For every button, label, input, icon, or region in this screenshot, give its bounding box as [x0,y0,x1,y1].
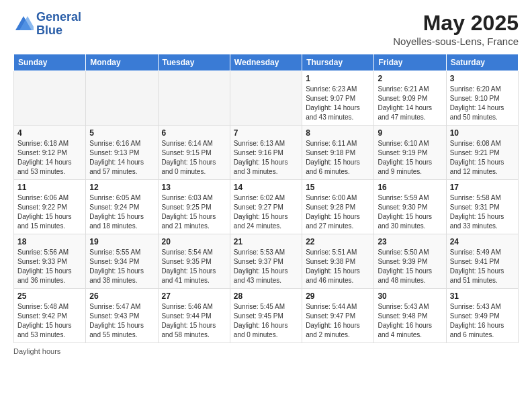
day-info: Sunrise: 6:05 AM Sunset: 9:24 PM Dayligh… [89,193,154,231]
calendar-cell: 24Sunrise: 5:49 AM Sunset: 9:41 PM Dayli… [446,234,518,289]
calendar-cell: 29Sunrise: 5:44 AM Sunset: 9:47 PM Dayli… [302,289,374,343]
day-info: Sunrise: 5:59 AM Sunset: 9:30 PM Dayligh… [378,193,442,231]
footer-note: Daylight hours [13,347,519,355]
day-number: 1 [306,74,370,83]
day-info: Sunrise: 5:58 AM Sunset: 9:31 PM Dayligh… [450,193,515,231]
day-number: 5 [89,128,154,138]
day-info: Sunrise: 5:56 AM Sunset: 9:33 PM Dayligh… [17,248,82,285]
day-number: 8 [306,128,370,138]
day-info: Sunrise: 5:43 AM Sunset: 9:48 PM Dayligh… [378,302,442,340]
day-number: 25 [17,291,82,301]
day-number: 11 [17,183,82,192]
day-info: Sunrise: 5:51 AM Sunset: 9:38 PM Dayligh… [306,248,370,285]
day-info: Sunrise: 6:20 AM Sunset: 9:10 PM Dayligh… [450,85,515,122]
logo-icon [13,14,34,34]
calendar-cell: 6Sunrise: 6:14 AM Sunset: 9:15 PM Daylig… [158,126,230,180]
day-number: 24 [450,237,515,246]
day-number: 22 [306,237,370,246]
day-number: 3 [450,74,515,83]
day-number: 4 [17,128,82,138]
day-number: 17 [450,183,515,192]
logo-line1: General [36,11,81,24]
calendar-cell: 22Sunrise: 5:51 AM Sunset: 9:38 PM Dayli… [302,234,374,289]
calendar-cell: 4Sunrise: 6:18 AM Sunset: 9:12 PM Daylig… [14,126,86,180]
day-info: Sunrise: 6:13 AM Sunset: 9:16 PM Dayligh… [234,139,298,177]
day-number: 13 [162,183,226,192]
day-number: 28 [234,291,298,301]
calendar-cell: 5Sunrise: 6:16 AM Sunset: 9:13 PM Daylig… [86,126,158,180]
calendar-cell: 23Sunrise: 5:50 AM Sunset: 9:39 PM Dayli… [374,234,446,289]
day-info: Sunrise: 6:10 AM Sunset: 9:19 PM Dayligh… [378,139,442,177]
calendar-cell: 20Sunrise: 5:54 AM Sunset: 9:35 PM Dayli… [158,234,230,289]
day-number: 19 [89,237,154,246]
calendar-cell: 26Sunrise: 5:47 AM Sunset: 9:43 PM Dayli… [86,289,158,343]
day-number: 7 [234,128,298,138]
calendar-week-1: 1Sunrise: 6:23 AM Sunset: 9:07 PM Daylig… [14,71,519,126]
calendar-cell: 1Sunrise: 6:23 AM Sunset: 9:07 PM Daylig… [302,71,374,126]
day-info: Sunrise: 5:45 AM Sunset: 9:45 PM Dayligh… [234,302,298,340]
location: Noyelles-sous-Lens, France [393,36,519,47]
day-info: Sunrise: 5:50 AM Sunset: 9:39 PM Dayligh… [378,248,442,285]
calendar-cell: 16Sunrise: 5:59 AM Sunset: 9:30 PM Dayli… [374,180,446,234]
weekday-header-monday: Monday [86,54,158,71]
day-info: Sunrise: 5:49 AM Sunset: 9:41 PM Dayligh… [450,248,515,285]
weekday-header-sunday: Sunday [14,54,86,71]
calendar-cell: 27Sunrise: 5:46 AM Sunset: 9:44 PM Dayli… [158,289,230,343]
calendar-cell: 8Sunrise: 6:11 AM Sunset: 9:18 PM Daylig… [302,126,374,180]
day-info: Sunrise: 5:46 AM Sunset: 9:44 PM Dayligh… [162,302,226,340]
day-info: Sunrise: 6:16 AM Sunset: 9:13 PM Dayligh… [89,139,154,177]
calendar-cell [86,71,158,126]
day-info: Sunrise: 5:47 AM Sunset: 9:43 PM Dayligh… [89,302,154,340]
day-number: 26 [89,291,154,301]
page: General Blue May 2025 Noyelles-sous-Lens… [0,0,532,362]
weekday-header-friday: Friday [374,54,446,71]
calendar-cell: 28Sunrise: 5:45 AM Sunset: 9:45 PM Dayli… [230,289,302,343]
title-block: May 2025 Noyelles-sous-Lens, France [393,11,519,47]
day-info: Sunrise: 6:14 AM Sunset: 9:15 PM Dayligh… [162,139,226,177]
weekday-header-saturday: Saturday [446,54,518,71]
day-number: 31 [450,291,515,301]
calendar-cell: 19Sunrise: 5:55 AM Sunset: 9:34 PM Dayli… [86,234,158,289]
calendar-cell: 17Sunrise: 5:58 AM Sunset: 9:31 PM Dayli… [446,180,518,234]
calendar-body: 1Sunrise: 6:23 AM Sunset: 9:07 PM Daylig… [14,71,519,343]
logo-text: General Blue [36,11,81,38]
weekday-header-thursday: Thursday [302,54,374,71]
day-number: 30 [378,291,442,301]
calendar-cell: 3Sunrise: 6:20 AM Sunset: 9:10 PM Daylig… [446,71,518,126]
day-info: Sunrise: 6:02 AM Sunset: 9:27 PM Dayligh… [234,193,298,231]
day-number: 2 [378,74,442,83]
calendar-week-3: 11Sunrise: 6:06 AM Sunset: 9:22 PM Dayli… [14,180,519,234]
calendar-cell: 12Sunrise: 6:05 AM Sunset: 9:24 PM Dayli… [86,180,158,234]
month-title: May 2025 [393,11,519,36]
weekday-header-tuesday: Tuesday [158,54,230,71]
day-info: Sunrise: 6:21 AM Sunset: 9:09 PM Dayligh… [378,85,442,122]
calendar-cell: 10Sunrise: 6:08 AM Sunset: 9:21 PM Dayli… [446,126,518,180]
day-info: Sunrise: 5:53 AM Sunset: 9:37 PM Dayligh… [234,248,298,285]
calendar-week-2: 4Sunrise: 6:18 AM Sunset: 9:12 PM Daylig… [14,126,519,180]
weekday-header-wednesday: Wednesday [230,54,302,71]
day-number: 6 [162,128,226,138]
day-info: Sunrise: 6:18 AM Sunset: 9:12 PM Dayligh… [17,139,82,177]
calendar-cell [230,71,302,126]
calendar-cell: 15Sunrise: 6:00 AM Sunset: 9:28 PM Dayli… [302,180,374,234]
calendar-header: SundayMondayTuesdayWednesdayThursdayFrid… [14,54,519,71]
logo: General Blue [13,11,81,38]
weekday-header-row: SundayMondayTuesdayWednesdayThursdayFrid… [14,54,519,71]
calendar-cell: 9Sunrise: 6:10 AM Sunset: 9:19 PM Daylig… [374,126,446,180]
day-info: Sunrise: 6:23 AM Sunset: 9:07 PM Dayligh… [306,85,370,122]
day-number: 20 [162,237,226,246]
calendar-cell: 21Sunrise: 5:53 AM Sunset: 9:37 PM Dayli… [230,234,302,289]
day-number: 23 [378,237,442,246]
day-info: Sunrise: 6:11 AM Sunset: 9:18 PM Dayligh… [306,139,370,177]
calendar-cell: 13Sunrise: 6:03 AM Sunset: 9:25 PM Dayli… [158,180,230,234]
calendar-cell [14,71,86,126]
day-number: 27 [162,291,226,301]
day-info: Sunrise: 5:55 AM Sunset: 9:34 PM Dayligh… [89,248,154,285]
day-number: 18 [17,237,82,246]
calendar-cell: 30Sunrise: 5:43 AM Sunset: 9:48 PM Dayli… [374,289,446,343]
day-info: Sunrise: 5:54 AM Sunset: 9:35 PM Dayligh… [162,248,226,285]
day-info: Sunrise: 6:08 AM Sunset: 9:21 PM Dayligh… [450,139,515,177]
calendar-cell: 11Sunrise: 6:06 AM Sunset: 9:22 PM Dayli… [14,180,86,234]
day-info: Sunrise: 5:48 AM Sunset: 9:42 PM Dayligh… [17,302,82,340]
logo-line2: Blue [36,24,81,38]
